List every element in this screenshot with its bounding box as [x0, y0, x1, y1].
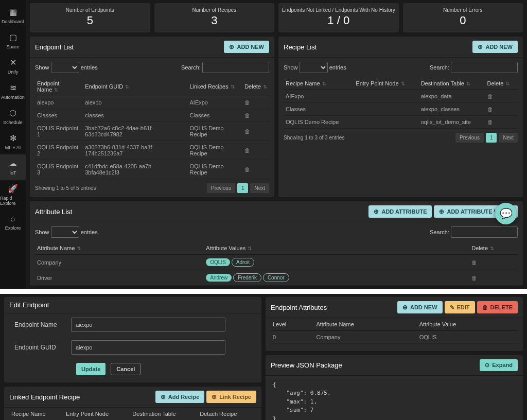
table-row[interactable]: OQLIS Demo Recipeoqlis_iot_demo_site🗑: [284, 116, 518, 129]
trash-icon[interactable]: 🗑: [487, 93, 493, 99]
column-header[interactable]: Attribute Name⇅: [35, 242, 204, 255]
column-header[interactable]: Delete⇅: [469, 242, 518, 255]
expand-button[interactable]: ⊙Expand: [480, 359, 518, 371]
column-header[interactable]: Delete⇅: [485, 77, 518, 90]
add-new-attr-button[interactable]: ADD NEW: [397, 301, 443, 313]
trash-icon[interactable]: 🗑: [244, 166, 250, 172]
tag[interactable]: Frederik: [233, 273, 261, 282]
tag[interactable]: Adroit: [232, 258, 254, 267]
table-row[interactable]: CompanyOQLISAdroit🗑: [35, 255, 518, 270]
add-new-recipe-button[interactable]: ADD NEW: [472, 41, 518, 53]
update-button[interactable]: Update: [76, 363, 106, 375]
entries-select[interactable]: [51, 226, 79, 238]
linked-recipe-table: Recipe NameEntry Point NodeDestination T…: [9, 408, 256, 420]
stat-card: Endpoints Not Linked / Endpoints With No…: [278, 3, 399, 32]
nav-label: Dashboard: [2, 19, 24, 24]
column-header: Destination Table: [130, 408, 198, 420]
panel-title: Edit Endpoint: [9, 301, 49, 309]
table-row[interactable]: OQLIS Endpoint 3c41dfbdc-e58a-4205-aa7b-…: [35, 160, 269, 179]
sidebar-item-automation[interactable]: ≋Automation: [0, 79, 26, 104]
prev-button[interactable]: Previous: [207, 183, 235, 193]
sidebar-item-ml-ai[interactable]: ✻ML + AI: [0, 129, 26, 154]
column-header[interactable]: Recipe Name⇅: [284, 77, 354, 90]
tag[interactable]: OQLIS: [206, 258, 230, 266]
endpoint-name-input[interactable]: [71, 318, 225, 332]
sort-icon: ⇅: [231, 84, 235, 90]
column-header[interactable]: Endpoint Name⇅: [35, 77, 83, 96]
search-input[interactable]: [451, 226, 518, 238]
edit-attr-button[interactable]: ✎EDIT: [445, 301, 475, 313]
nav-label: Rapid Explore: [0, 196, 26, 206]
sidebar-item-rapid-explore[interactable]: 🚀Rapid Explore: [0, 180, 26, 210]
add-recipe-button[interactable]: Add Recipe: [155, 391, 205, 403]
chat-bubble-icon[interactable]: 💬: [495, 203, 517, 224]
table-summary: Showing 1 to 5 of 5 entries: [35, 185, 96, 191]
nav-icon: ☁: [9, 159, 17, 168]
tag[interactable]: Connor: [263, 273, 289, 282]
table-row[interactable]: DriverAndrewFrederikConnor🗑: [35, 270, 518, 286]
entries-select[interactable]: [51, 62, 79, 73]
stat-card: Number of Errors0: [403, 3, 523, 32]
json-preview: { "avg": 0.875, "max": 1, "sum": 7 }: [266, 376, 523, 421]
panel-title: Endpoint List: [35, 43, 74, 51]
table-row[interactable]: Classesaiexpo_classes🗑: [284, 103, 518, 116]
nav-icon: ⬡: [9, 108, 16, 118]
table-row[interactable]: OQLIS Endpoint 2a30573b6-831d-4337-ba3f-…: [35, 141, 269, 160]
sidebar-item-iot[interactable]: ☁IoT: [0, 154, 26, 180]
trash-icon[interactable]: 🗑: [244, 99, 250, 106]
column-header[interactable]: Linked Recipes⇅: [187, 77, 242, 96]
table-row[interactable]: OQLIS Endpoint 13bab72a6-c8c2-4dae-b61f-…: [35, 122, 269, 141]
tag[interactable]: Andrew: [206, 274, 232, 282]
column-header[interactable]: Entry Point Node⇅: [354, 77, 418, 90]
column-header[interactable]: Attribute Values⇅: [204, 242, 469, 255]
nav-icon: 🚀: [8, 184, 18, 194]
sidebar-item-schedule[interactable]: ⬡Schedule: [0, 104, 26, 129]
column-header: Detach Recipe: [198, 408, 256, 420]
sidebar-item-dashboard[interactable]: ▦Dashboard: [0, 3, 26, 28]
trash-icon[interactable]: 🗑: [244, 128, 250, 134]
trash-icon[interactable]: 🗑: [471, 275, 477, 281]
next-button[interactable]: Next: [250, 183, 269, 193]
delete-attr-button[interactable]: 🗑DELETE: [477, 301, 518, 313]
column-header[interactable]: Endpoint GUID⇅: [83, 77, 187, 96]
trash-icon[interactable]: 🗑: [487, 119, 493, 125]
table-row[interactable]: AIExpoaiexpo_data🗑: [284, 90, 518, 103]
stat-label: Number of Errors: [403, 7, 523, 13]
table-row[interactable]: 0CompanyOQLIS: [271, 331, 518, 344]
sort-icon: ⇅: [54, 87, 58, 93]
trash-icon[interactable]: 🗑: [244, 147, 250, 153]
page-button[interactable]: 1: [237, 183, 249, 193]
table-row[interactable]: aiexpoaiexpoAIExpo🗑: [35, 96, 269, 109]
attribute-table: Attribute Name⇅Attribute Values⇅Delete⇅ …: [35, 242, 518, 286]
link-recipe-button[interactable]: Link Recipe: [206, 391, 256, 403]
add-attribute-button[interactable]: ADD ATTRIBUTE: [368, 205, 432, 218]
endpoint-name-label: Endpoint Name: [14, 321, 71, 328]
trash-icon[interactable]: 🗑: [471, 259, 477, 266]
table-row[interactable]: ClassesclassesClasses🗑: [35, 109, 269, 122]
recipe-list-panel: Recipe List ADD NEW Show entries Search:…: [278, 37, 523, 197]
nav-label: Explore: [5, 225, 21, 231]
search-input[interactable]: [451, 62, 518, 73]
prev-button[interactable]: Previous: [455, 133, 484, 143]
sort-icon: ⇅: [77, 246, 81, 251]
sidebar-item-unify[interactable]: ✕Unify: [0, 54, 26, 79]
stat-value: 3: [154, 14, 275, 27]
cancel-button[interactable]: Cancel: [111, 363, 140, 375]
page-button[interactable]: 1: [486, 133, 497, 143]
add-new-endpoint-button[interactable]: ADD NEW: [224, 41, 269, 53]
column-header: Entry Point Node: [64, 408, 130, 420]
preview-json-panel: Preview JSON Package ⊙Expand { "avg": 0.…: [266, 355, 523, 421]
endpoint-guid-input[interactable]: [71, 340, 225, 355]
panel-title: Recipe List: [284, 43, 317, 51]
entries-select[interactable]: [300, 62, 328, 73]
nav-icon: ⌕: [10, 214, 15, 223]
sidebar-item-explore[interactable]: ⌕Explore: [0, 210, 26, 235]
trash-icon[interactable]: 🗑: [487, 106, 493, 112]
next-button[interactable]: Next: [499, 133, 518, 143]
sidebar-item-space[interactable]: ▢Space: [0, 28, 26, 54]
trash-icon[interactable]: 🗑: [244, 112, 250, 118]
column-header[interactable]: Destination Table⇅: [419, 77, 485, 90]
search-input[interactable]: [202, 62, 269, 73]
column-header[interactable]: Delete⇅: [242, 77, 269, 96]
nav-icon: ≋: [10, 83, 16, 93]
